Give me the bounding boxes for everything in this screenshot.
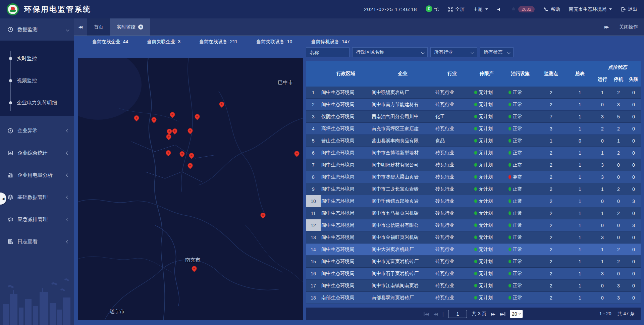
table-row[interactable]: 4高坪生态环境局南充市高坪区王家店建砖瓦行业无计划正常31220 — [306, 123, 641, 135]
close-operations-button[interactable]: 关闭操作 — [619, 24, 638, 30]
sidebar-item-5[interactable]: 应急减排管理 — [0, 208, 74, 230]
status-dot-green — [508, 115, 511, 118]
total-pages-label: 共 3 页 — [472, 311, 487, 317]
cell-region: 阆中生态环境局 — [321, 87, 371, 98]
status-dot-green — [508, 139, 511, 143]
sidebar-subitem[interactable]: 企业电力负荷明细 — [0, 92, 74, 114]
table-row[interactable]: 8阆中生态环境局阆中市枣碧大梁山页岩砖瓦行业无计划异常21300 — [306, 171, 641, 183]
map-panel[interactable]: 巴中市南充市遂宁市 — [78, 58, 303, 320]
table-row[interactable]: 13阆中生态环境局阆中市金福旺页岩机砖砖瓦行业无计划正常21300 — [306, 231, 641, 243]
cell-lost: 0 — [627, 99, 641, 110]
chevron-down-icon — [421, 51, 425, 54]
sidebar-item-1[interactable]: 企业异常 — [0, 119, 74, 142]
sidebar-item-6[interactable]: 日志查看 — [0, 230, 74, 253]
sidebar-subitem-label: 实时监控 — [17, 55, 37, 62]
table-row[interactable]: 5营山生态环境局营山县润丰肉食品有限食品无计划正常10010 — [306, 135, 641, 147]
sidebar-item-label: 数据监测 — [17, 26, 38, 33]
cell-region: 阆中生态环境局 — [321, 256, 371, 267]
cell-total-meters: 1 — [566, 111, 594, 122]
double-chevron-left-icon: ◀◀ — [78, 25, 83, 29]
sidebar-item-4[interactable]: 基础数据管理 — [0, 186, 74, 208]
table-row[interactable]: 14阆中生态环境局阆中大兴页岩机砖厂砖瓦行业无计划正常21120 — [306, 243, 641, 256]
cell-total-meters: 1 — [566, 195, 594, 207]
tab-首页[interactable]: 首页 — [87, 18, 110, 36]
tabs-scroll-left-button[interactable]: ◀◀ — [74, 18, 87, 36]
cell-stopped: 2 — [610, 256, 627, 267]
point-status-group-header: 点位状态 — [608, 64, 627, 70]
table-row[interactable]: 3仪陇生态环境局西南油气田分公司川中化工无计划正常71350 — [306, 111, 641, 123]
status-dot-green — [508, 260, 511, 263]
caret-down-icon — [609, 8, 612, 10]
notification-widget[interactable]: 2632 — [511, 6, 535, 12]
theme-dropdown[interactable]: 主题 — [473, 6, 488, 12]
app-logo-emblem-icon — [7, 3, 19, 15]
table-row[interactable]: 11阆中生态环境局阆中市五马桥页岩机砖砖瓦行业无计划正常21120 — [306, 207, 641, 219]
chevron-down-icon — [471, 51, 474, 54]
sidebar-subitem[interactable]: 视频监控 — [0, 69, 74, 92]
logout-button[interactable]: 退出 — [621, 6, 637, 12]
cell-stopped: 2 — [610, 123, 627, 134]
cell-company: 阆中市南方节能建材有 — [371, 99, 435, 110]
cell-total-meters: 1 — [566, 147, 594, 159]
next-page-button[interactable]: ▶▶ — [491, 312, 495, 316]
datetime-text: 2021-02-25 17:46:18 — [364, 6, 417, 12]
table-row[interactable]: 10阆中生态环境局阆中千佛镇五郎垭页岩砖瓦行业无计划正常21003 — [306, 195, 641, 207]
status-dot-green — [474, 103, 477, 106]
help-button[interactable]: 帮助 — [543, 6, 560, 12]
cell-stopped: 3 — [610, 292, 627, 304]
phone-icon — [543, 7, 549, 12]
row-number: 2 — [306, 99, 321, 110]
table-row[interactable]: 1阆中生态环境局阆中强锐页岩砖厂砖瓦行业无计划正常21120 — [306, 87, 641, 99]
region-select[interactable]: 行政区域名称 — [352, 47, 428, 57]
row-number: 1 — [306, 87, 321, 98]
tab-close-icon[interactable]: × — [138, 24, 143, 30]
name-search-input[interactable] — [310, 50, 346, 55]
table-row[interactable]: 6阆中生态环境局阆中市金博瑞新型墙材砖瓦行业无计划正常21120 — [306, 147, 641, 159]
last-page-button[interactable]: ▶▶ — [500, 312, 505, 316]
fullscreen-icon — [448, 7, 453, 12]
cell-stopped: 0 — [610, 219, 627, 231]
sidebar-item-2[interactable]: 企业综合统计 — [0, 142, 74, 164]
cell-monitor-points: 2 — [537, 243, 566, 255]
status-dot-green — [508, 127, 511, 130]
row-number: 5 — [306, 135, 321, 147]
status-dot-green — [508, 272, 511, 275]
first-page-button[interactable]: ◀◀ — [424, 312, 429, 316]
table-row[interactable]: 18南部生态环境局南部县双河页岩砖厂砖瓦行业无计划正常21030 — [306, 292, 641, 304]
fullscreen-button[interactable]: 全屏 — [448, 6, 465, 12]
cell-running: 3 — [594, 231, 610, 243]
cell-lost: 0 — [627, 243, 641, 255]
table-row[interactable]: 7阆中生态环境局阆中明阳建材有限公司砖瓦行业无计划正常21300 — [306, 159, 641, 171]
cell-running: 1 — [594, 183, 610, 195]
cell-running: 0 — [594, 135, 610, 147]
page-number-input[interactable] — [448, 310, 467, 318]
sidebar-item-0[interactable]: 数据监测 — [0, 18, 74, 41]
cell-region: 阆中生态环境局 — [321, 207, 371, 219]
industry-select[interactable]: 所有行业 — [430, 47, 477, 57]
table-row[interactable]: 16阆中生态环境局阆中市石子页岩机砖厂砖瓦行业无计划正常21300 — [306, 268, 641, 280]
cell-running: 1 — [594, 243, 610, 255]
sidebar-subitem[interactable]: 实时监控 — [0, 47, 74, 69]
pager-divider: | — [442, 311, 444, 317]
cell-region: 阆中生态环境局 — [321, 183, 371, 195]
table-row[interactable]: 17阆中生态环境局阆中市江南镇阆南页岩砖瓦行业无计划正常21030 — [306, 280, 641, 292]
table-row[interactable]: 12阆中生态环境局阆中市忠信建材有限公砖瓦行业无计划正常21003 — [306, 219, 641, 231]
cell-limit-production: 无计划 — [470, 207, 504, 219]
table-row[interactable]: 15阆中生态环境局阆中市光富页岩机砖厂砖瓦行业无计划正常21120 — [306, 256, 641, 268]
cell-stopped: 2 — [610, 183, 627, 195]
page-size-select[interactable]: 20 — [510, 310, 523, 318]
cell-industry: 砖瓦行业 — [435, 87, 470, 98]
speaker-icon[interactable] — [497, 7, 502, 12]
column-header-停限产: 停限产 — [470, 61, 504, 87]
sidebar-item-3[interactable]: 企业用电量分析 — [0, 164, 74, 186]
tab-实时监控[interactable]: 实时监控× — [110, 18, 150, 36]
column-header-总表: 总表 — [566, 61, 594, 87]
tabs-scroll-right-button double-chevron-right-icon[interactable]: ▶▶ — [604, 25, 609, 29]
table-row[interactable]: 9阆中生态环境局阆中市二龙长宝页岩砖砖瓦行业无计划正常21120 — [306, 183, 641, 195]
cell-region: 阆中生态环境局 — [321, 99, 371, 110]
cell-stopped: 0 — [610, 171, 627, 183]
user-dropdown[interactable]: 南充市生态环境局 — [569, 6, 612, 12]
table-row[interactable]: 2阆中生态环境局阆中市南方节能建材有砖瓦行业无计划正常21030 — [306, 99, 641, 111]
prev-page-button[interactable]: ◀◀ — [434, 312, 438, 316]
status-select[interactable]: 所有状态 — [480, 47, 514, 57]
